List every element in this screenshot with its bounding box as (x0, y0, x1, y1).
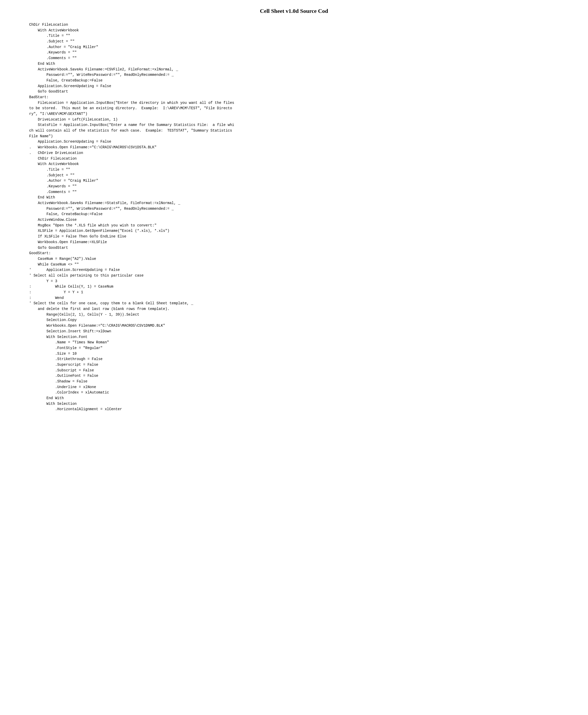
code-line: ry", "I:\AREV\MCM\SEXTANT") (21, 111, 578, 117)
code-line: DriveLocation = Left(FileLocation, 1) (21, 117, 578, 123)
code-line: StatsFile = Application.InputBox("Enter … (21, 122, 578, 128)
code-line: While CaseNum <> "" (21, 262, 578, 268)
code-line: MsgBox "Open the *.XLS file which you wi… (21, 223, 578, 228)
code-line: CaseNum = Range("A2").Value (21, 256, 578, 262)
code-line: to be stored. This must be an existing d… (21, 106, 578, 111)
code-line: Password:="", WriteResPassword:="", Read… (21, 72, 578, 78)
code-line: .Size = 10 (21, 351, 578, 357)
code-line: ' Select all cells pertaining to this pa… (21, 273, 578, 279)
code-line: ChDir FileLocation (21, 22, 578, 28)
code-line: .Subscript = False (21, 368, 578, 373)
code-line: .Strikethrough = False (21, 356, 578, 362)
code-line: .Comments = "" (21, 189, 578, 195)
code-line: : Wend (21, 295, 578, 301)
code-line: ActiveWindow.Close (21, 217, 578, 223)
page-title: Cell Sheet v1.0d Source Cod (10, 5, 578, 14)
code-line: . ChDrive DriveLocation (21, 150, 578, 156)
code-line: .Title = "" (21, 33, 578, 39)
code-line: .Subject = "" (21, 39, 578, 44)
code-line: False, CreateBackup:=False (21, 211, 578, 217)
code-line: Workbooks.Open Filename:="C:\CRAIG\MACRO… (21, 323, 578, 329)
code-line: End With (21, 195, 578, 201)
code-line: Workbooks.Open Filename:=XLSFile (21, 240, 578, 245)
code-line: With Selection.Font (21, 334, 578, 340)
code-line: .Keywords = "" (21, 184, 578, 189)
code-line: With ActiveWorkbook (21, 28, 578, 34)
code-line: End With (21, 395, 578, 401)
code-line: Y = 3 (21, 279, 578, 284)
code-line: .ColorIndex = xlAutomatic (21, 390, 578, 395)
code-block: ChDir FileLocation With ActiveWorkbook .… (10, 22, 578, 412)
code-line: . Workbooks.Open Filename:="C:\CRAIG\MAC… (21, 145, 578, 150)
code-line: .FontStyle = "Regular" (21, 345, 578, 351)
code-line: and delete the first and last row (blank… (21, 306, 578, 312)
code-line: .Author = "Craig Miller" (21, 44, 578, 50)
code-line: Range(Cells(2, 1), Cells(Y - 1, 39)).Sel… (21, 312, 578, 318)
code-line: Application.ScreenUpdating = False (21, 83, 578, 89)
code-line: With Selection (21, 401, 578, 407)
code-line: .Author = "Craig Miller" (21, 178, 578, 184)
code-line: ChDir FileLocation (21, 156, 578, 162)
code-line: .Comments = "" (21, 56, 578, 61)
code-line: .HorizontalAlignment = xlCenter (21, 407, 578, 412)
code-line: With ActiveWorkbook (21, 161, 578, 167)
code-line: ' Select the cells for one case, copy th… (21, 301, 578, 306)
code-line: .Shadow = False (21, 379, 578, 385)
code-line: End With (21, 61, 578, 67)
code-line: .Superscript = False (21, 362, 578, 368)
code-line: XLSFile = Application.GetOpenFilename("E… (21, 228, 578, 234)
code-line: .OutlineFont = False (21, 373, 578, 379)
code-line: Selection.Copy (21, 318, 578, 323)
code-line: .Underline = xlNone (21, 385, 578, 390)
code-line: .Title = "" (21, 167, 578, 173)
code-line: .Subject = "" (21, 173, 578, 178)
code-line: GoTo GoodStart (21, 245, 578, 251)
code-line: ActiveWorkbook.SaveAs Filename:=CSVFile2… (21, 67, 578, 73)
code-line: Password:="", WriteResPassword:="", Read… (21, 206, 578, 212)
code-line: ch will contain all of the statistics fo… (21, 128, 578, 134)
code-line: GoTo GoodStart (21, 89, 578, 95)
code-line: File Name") (21, 134, 578, 139)
code-line: .Keywords = "" (21, 50, 578, 56)
code-line: Application.ScreenUpdating = False (21, 139, 578, 145)
code-line: If XLSFile = False Then GoTo EndLine Els… (21, 234, 578, 240)
page-container: Cell Sheet v1.0d Source Cod ChDir FileLo… (10, 5, 578, 412)
code-line: : Y = Y + 1 (21, 290, 578, 295)
code-line: : While Cells(Y, 1) = CaseNum (21, 284, 578, 290)
code-line: .Name = "Times New Roman" (21, 340, 578, 345)
code-line: BadStart: (21, 95, 578, 100)
code-line: ActiveWorkbook.SaveAs Filename:=StatsFil… (21, 201, 578, 206)
code-line: False, CreateBackup:=False (21, 78, 578, 83)
code-line: GoodStart: (21, 250, 578, 256)
code-line: ' Application.ScreenUpdating = False (21, 267, 578, 273)
code-line: Selection.Insert Shift:=xlDown (21, 329, 578, 334)
code-line: FileLocation = Application.InputBox("Ent… (21, 100, 578, 106)
